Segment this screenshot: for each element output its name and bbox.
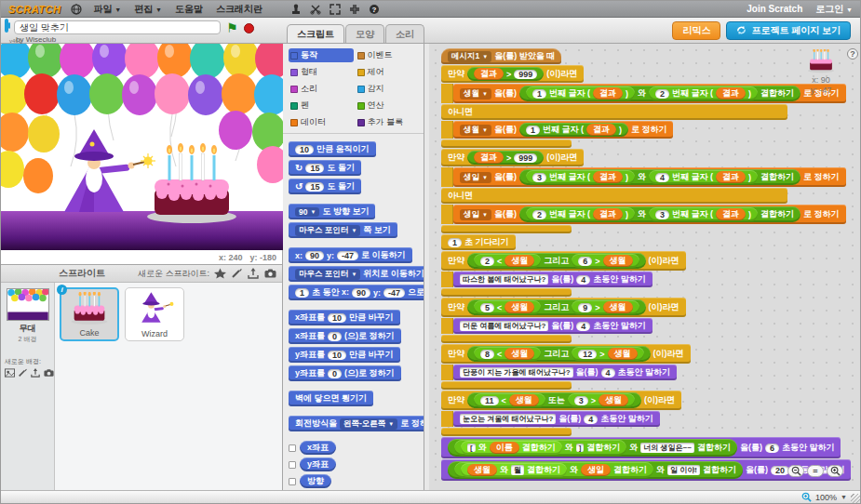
operator-block[interactable]: 생월와월결합하기와생일결합하기 (454, 462, 653, 478)
sprite-card-wizard[interactable]: Wizard (125, 287, 184, 341)
remix-button[interactable]: 리믹스 (672, 21, 720, 40)
variable-pill[interactable]: 생월 (504, 255, 534, 267)
variable-pill[interactable]: 생월 (603, 255, 633, 267)
upload-backdrop-icon[interactable] (31, 368, 41, 378)
new-backdrop-library-icon[interactable] (5, 368, 15, 378)
palette-block[interactable]: 마우스 포인터▼쪽 보기 (289, 222, 397, 238)
category-sound[interactable]: 소리 (289, 82, 354, 96)
tab-costumes[interactable]: 모양 (345, 24, 384, 43)
zoom-level-value[interactable]: 100% (815, 493, 837, 502)
tab-sounds[interactable]: 소리 (385, 24, 424, 43)
number-input[interactable]: 1 (295, 288, 309, 298)
text-input[interactable]: 너의 생일은~~ (640, 443, 694, 453)
operator-block[interactable]: 4번째 글자 (결과) (649, 170, 758, 184)
number-input[interactable]: -47 (383, 288, 405, 298)
project-title-input[interactable] (14, 20, 221, 34)
operator-block[interactable]: 6>생월 (572, 254, 639, 268)
zoom-level-dropdown[interactable]: ▼ (841, 494, 847, 500)
script-block[interactable]: 만약2<생월그리고6>생월(이)라면 (441, 251, 686, 271)
paint-new-sprite-icon[interactable] (231, 268, 243, 279)
operator-block[interactable]: 12>생월 (572, 347, 643, 361)
operator-block[interactable]: 1번째 글자 (결과) (526, 86, 635, 100)
operator-block[interactable]: 5<생월 (474, 300, 541, 314)
operator-block[interactable]: 생월와월결합하기와생일결합하기와일 이야!결합하기 (448, 461, 743, 479)
variable-pill[interactable]: 생월 (599, 394, 628, 406)
shrink-sprite-icon[interactable] (349, 3, 361, 15)
category-looks[interactable]: 형태 (289, 65, 354, 79)
number-input[interactable]: 8 (480, 350, 494, 359)
dropdown[interactable]: 왼쪽-오른쪽▼ (340, 418, 397, 430)
menu-help[interactable]: 도움말 (173, 3, 205, 16)
fullscreen-button[interactable] (5, 19, 8, 33)
text-input[interactable]: 월 (511, 465, 524, 475)
variable-pill[interactable]: 결과 (593, 87, 623, 99)
script-block[interactable] (441, 139, 572, 148)
number-input[interactable]: 999 (514, 153, 537, 163)
delete-scissors-icon[interactable] (310, 3, 322, 15)
operator-block[interactable]: 2<생월그리고6>생월 (467, 253, 646, 269)
palette-block[interactable]: y좌표를10만큼 바꾸기 (289, 347, 400, 363)
operator-block[interactable]: [와이름결합하기와]결합하기 (454, 440, 626, 456)
tab-scripts[interactable]: 스크립트 (287, 24, 344, 43)
number-input[interactable]: 999 (514, 70, 537, 79)
category-operators[interactable]: 연산 (356, 99, 421, 113)
script-block[interactable] (441, 381, 572, 390)
variable-pill[interactable]: 결과 (474, 68, 504, 80)
number-input[interactable]: 15 (305, 182, 324, 192)
sprite-card-cake[interactable]: i Cake (60, 287, 119, 341)
number-input[interactable]: 3 (532, 173, 546, 182)
operator-block[interactable]: 3번째 글자 (결과) (649, 207, 758, 221)
project-page-button[interactable]: 프로젝트 페이지 보기 (726, 21, 851, 40)
operator-block[interactable]: 생월와월결합하기 (461, 463, 567, 477)
category-events[interactable]: 이벤트 (356, 48, 421, 62)
number-input[interactable]: 2 (480, 257, 494, 266)
resize-grip[interactable] (851, 494, 860, 503)
script-block[interactable]: 만약11<생월또는3>생월(이)라면 (441, 391, 681, 410)
operator-block[interactable]: 1번째 글자 (결과)와2번째 글자 (결과)결합하기 (519, 86, 800, 101)
operator-block[interactable]: 3번째 글자 (결과)와4번째 글자 (결과)결합하기 (519, 169, 800, 185)
number-input[interactable]: -47 (337, 251, 358, 260)
text-input[interactable]: 눈오는 겨울에 태어났구나? (460, 414, 556, 424)
palette-block[interactable]: ↺15도 돌기 (289, 179, 361, 194)
operator-block[interactable]: 9>생월 (572, 300, 639, 314)
block-help-icon[interactable]: ? (369, 3, 381, 15)
stage-monitor-checkbox[interactable] (289, 444, 296, 452)
operator-block[interactable]: 2번째 글자 (결과) (649, 86, 758, 100)
scripts-area[interactable]: 메시지1▼을(를) 받았을 때만약결과>999(이)라면생월▼을(를)1번째 글… (424, 44, 860, 490)
hat-block[interactable]: 메시지1▼을(를) 받았을 때 (441, 48, 561, 64)
script-block[interactable] (441, 225, 572, 233)
variable-pill[interactable]: 생일 (581, 464, 611, 476)
dropdown[interactable]: 생일▼ (460, 172, 491, 183)
number-input[interactable]: 9 (578, 303, 592, 312)
script-block[interactable]: 1초 기다리기 (441, 234, 516, 250)
number-input[interactable]: 2 (655, 89, 669, 99)
help-button[interactable]: ? (847, 48, 858, 60)
number-input[interactable]: 1 (526, 126, 540, 135)
stage-selector[interactable]: 무대 2 배경 새로운 배경: (1, 283, 55, 490)
palette-block[interactable]: y좌표를0(으)로 정하기 (289, 365, 401, 381)
paint-backdrop-icon[interactable] (18, 368, 28, 378)
text-input[interactable]: 일 이야! (667, 465, 700, 475)
operator-block[interactable]: 5<생월그리고9>생월 (467, 299, 646, 315)
category-sensing[interactable]: 감지 (356, 82, 421, 96)
menu-about[interactable]: 스크래치란 (214, 3, 264, 16)
variable-pill[interactable]: 생월 (509, 394, 539, 406)
category-more[interactable]: 추가 블록 (356, 115, 421, 129)
grow-sprite-icon[interactable] (330, 3, 342, 15)
category-motion[interactable]: 동작 (289, 48, 354, 62)
operator-block[interactable]: 8<생월 (474, 347, 541, 361)
script-block[interactable]: 생월▼을(를)1번째 글자 (결과)로 정하기 (453, 121, 673, 139)
number-input[interactable]: 12 (578, 350, 597, 359)
operator-block[interactable]: 결과>999 (467, 151, 544, 165)
dropdown[interactable]: 메시지1▼ (448, 51, 491, 62)
palette-block[interactable]: 1초 동안 x:90y:-47으로 움직이기 (289, 285, 424, 300)
login-menu[interactable]: 로그인 ▼ (815, 3, 853, 16)
stage-monitor-checkbox[interactable] (289, 478, 296, 485)
reporter-block[interactable]: y좌표 (300, 458, 336, 471)
operator-block[interactable]: 3번째 글자 (결과) (526, 170, 635, 184)
number-input[interactable]: 4 (584, 415, 598, 424)
variable-pill[interactable]: 결과 (716, 171, 746, 183)
operator-block[interactable]: 11<생월 (474, 393, 545, 407)
operator-block[interactable]: 2번째 글자 (결과) (526, 207, 635, 221)
script-block[interactable]: 아니면 (441, 104, 787, 120)
